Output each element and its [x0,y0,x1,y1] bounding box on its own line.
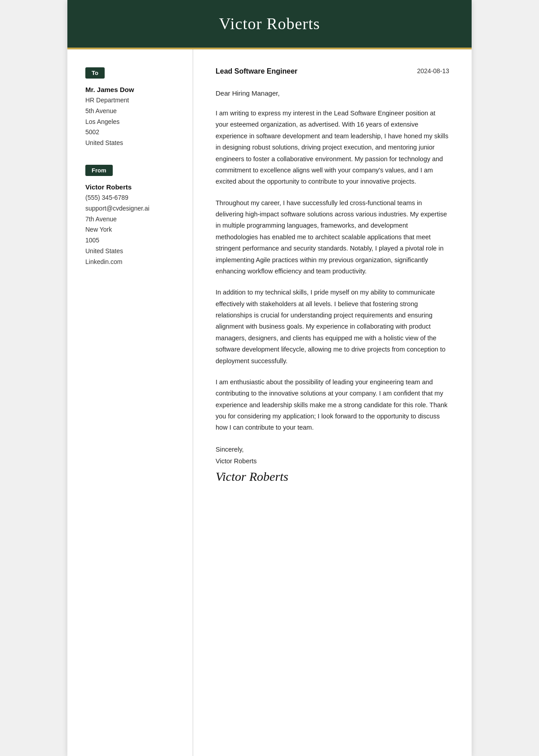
sender-street: 7th Avenue [85,214,179,225]
header-name: Victor Roberts [85,14,454,33]
salutation: Dear Hiring Manager, [216,88,449,99]
from-badge: From [85,165,113,176]
sender-city: New York [85,224,179,235]
from-section: From Victor Roberts (555) 345-6789 suppo… [85,165,179,268]
paragraph-1: I am writing to express my interest in t… [216,108,449,188]
to-section: To Mr. James Dow HR Department 5th Avenu… [85,67,179,149]
cover-letter-page: Victor Roberts To Mr. James Dow HR Depar… [67,0,472,756]
sender-phone: (555) 345-6789 [85,193,179,203]
recipient-city: Los Angeles [85,117,179,127]
to-badge: To [85,67,105,79]
sender-name: Victor Roberts [85,183,179,191]
sender-country: United States [85,246,179,257]
paragraph-3: In addition to my technical skills, I pr… [216,287,449,367]
sender-zip: 1005 [85,235,179,246]
recipient-street: 5th Avenue [85,106,179,117]
sender-linkedin: Linkedin.com [85,257,179,268]
letter-content: Lead Software Engineer 2024-08-13 Dear H… [193,49,472,756]
header: Victor Roberts [67,0,472,48]
paragraph-4: I am enthusiastic about the possibility … [216,377,449,434]
recipient-country: United States [85,138,179,149]
paragraph-2: Throughout my career, I have successfull… [216,198,449,277]
content-area: To Mr. James Dow HR Department 5th Avenu… [67,49,472,756]
recipient-zip: 5002 [85,127,179,138]
closing-name: Victor Roberts [216,455,449,467]
recipient-name: Mr. James Dow [85,86,179,93]
sidebar: To Mr. James Dow HR Department 5th Avenu… [67,49,193,756]
sender-email: support@cvdesigner.ai [85,203,179,214]
letter-header: Lead Software Engineer 2024-08-13 [216,67,449,75]
job-title: Lead Software Engineer [216,67,297,75]
letter-date: 2024-08-13 [417,67,449,75]
recipient-department: HR Department [85,95,179,106]
closing: Sincerely, Victor Roberts Victor Roberts [216,444,449,484]
closing-text: Sincerely, [216,444,449,455]
signature: Victor Roberts [216,470,449,484]
